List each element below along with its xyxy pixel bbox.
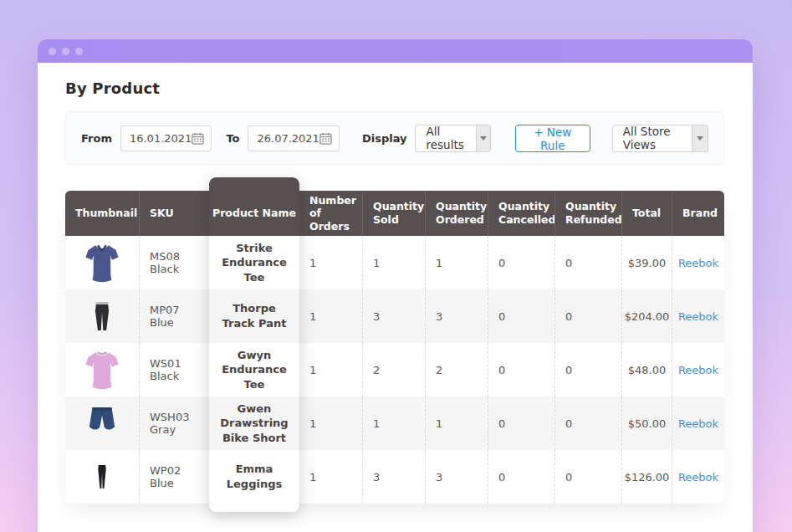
qty-ordered-cell: 1 (425, 396, 488, 450)
table-row: WSH03 Gray 1 1 1 0 0 $50.00 Reebok (65, 396, 724, 450)
to-label: To (226, 132, 239, 145)
product-name-cell: Gwyn Endurance Tee (209, 343, 299, 396)
chevron-down-icon[interactable] (476, 125, 490, 151)
page-content: By Product From 16.01.2021 To 26.0 (38, 79, 753, 504)
qty-sold-cell: 1 (362, 396, 425, 450)
calendar-icon[interactable] (192, 132, 204, 145)
column-header-sku[interactable]: SKU (139, 191, 209, 236)
qty-sold-cell: 1 (362, 236, 425, 289)
calendar-icon[interactable] (319, 132, 332, 145)
window-control-maximize[interactable] (75, 48, 83, 55)
product-thumbnail (65, 343, 139, 396)
page-title: By Product (65, 79, 724, 97)
sku-cell: WS01 Black (139, 343, 209, 396)
product-thumbnail (65, 289, 139, 343)
from-date-input[interactable]: 16.01.2021 (120, 125, 212, 151)
product-thumbnail (65, 236, 139, 289)
from-label: From (81, 132, 112, 145)
blue-tee-image (84, 243, 120, 283)
table-header-row: Thumbnail SKU Number of Orders Quantity … (65, 191, 724, 236)
column-header-quantity-cancelled[interactable]: Quantity Cancelled (488, 191, 554, 236)
column-header-thumbnail[interactable]: Thumbnail (65, 191, 139, 236)
qty-sold-cell: 3 (362, 289, 425, 343)
qty-cancelled-cell: 0 (488, 396, 554, 450)
from-date-value: 16.01.2021 (130, 132, 192, 145)
brand-link[interactable]: Reebok (678, 471, 718, 483)
column-header-total[interactable]: Total (621, 191, 672, 236)
new-rule-button[interactable]: + New Rule (515, 125, 590, 152)
total-cell: $39.00 (621, 236, 672, 289)
leggings-image (90, 456, 114, 498)
column-header-quantity-sold[interactable]: Quantity Sold (362, 191, 425, 236)
total-cell: $126.00 (621, 450, 672, 504)
table-row: WS01 Black 1 2 2 0 0 $48.00 Reebok (65, 343, 724, 396)
column-header-number-of-orders[interactable]: Number of Orders (299, 191, 362, 236)
brand-link[interactable]: Reebok (678, 364, 718, 376)
brand-link[interactable]: Reebok (678, 417, 718, 430)
qty-cancelled-cell: 0 (488, 289, 554, 343)
orders-cell: 1 (299, 236, 362, 289)
table-row: WP02 Blue 1 3 3 0 0 $126.00 Reebok (65, 450, 724, 504)
browser-window: By Product From 16.01.2021 To 26.0 (38, 39, 753, 532)
product-name-column-highlight: Product Name Strike Endurance Tee Thorpe… (209, 177, 299, 512)
table-row: MS08 Black 1 1 1 0 0 $39.00 Reebok (65, 236, 724, 289)
product-name-cell: Emma Leggings (209, 450, 299, 504)
qty-refunded-cell: 0 (554, 450, 621, 504)
qty-refunded-cell: 0 (554, 396, 621, 450)
qty-ordered-cell: 1 (425, 236, 488, 289)
product-thumbnail (65, 450, 139, 504)
product-name-cell: Thorpe Track Pant (209, 289, 299, 343)
column-header-quantity-refunded[interactable]: Quantity Refunded (554, 191, 621, 236)
brand-link[interactable]: Reebok (678, 257, 718, 269)
column-header-product-name[interactable]: Product Name (209, 177, 299, 236)
table-row: MP07 Blue 1 3 3 0 0 $204.00 Reebok (65, 289, 724, 343)
sku-cell: MP07 Blue (139, 289, 209, 343)
qty-sold-cell: 3 (362, 450, 425, 504)
sku-cell: MS08 Black (139, 236, 209, 289)
sku-cell: WP02 Blue (139, 450, 209, 504)
qty-refunded-cell: 0 (554, 236, 621, 289)
column-header-quantity-ordered[interactable]: Quantity Ordered (425, 191, 488, 236)
qty-cancelled-cell: 0 (488, 343, 554, 396)
display-select[interactable]: All results (415, 125, 490, 152)
product-thumbnail (65, 396, 139, 450)
orders-cell: 1 (299, 450, 362, 504)
to-date-input[interactable]: 26.07.2021 (248, 125, 339, 151)
brand-link[interactable]: Reebok (678, 310, 718, 323)
track-pant-image (88, 295, 116, 337)
qty-cancelled-cell: 0 (488, 236, 554, 289)
orders-cell: 1 (299, 343, 362, 396)
sku-cell: WSH03 Gray (139, 396, 209, 450)
bike-short-image (84, 404, 120, 442)
product-name-cell: Gwen Drawstring Bike Short (209, 396, 299, 450)
store-views-select-value: All Store Views (613, 125, 692, 151)
chevron-down-icon[interactable] (692, 125, 708, 151)
pink-tee-image (84, 350, 120, 390)
qty-refunded-cell: 0 (554, 343, 621, 396)
store-views-select[interactable]: All Store Views (612, 125, 708, 152)
qty-refunded-cell: 0 (554, 289, 621, 343)
total-cell: $48.00 (621, 343, 672, 396)
window-control-close[interactable] (49, 48, 56, 55)
filter-bar: From 16.01.2021 To 26.07.2021 (65, 111, 724, 165)
orders-cell: 1 (299, 289, 362, 343)
display-select-value: All results (416, 125, 475, 151)
display-label: Display (362, 132, 407, 145)
orders-cell: 1 (299, 396, 362, 450)
column-header-brand[interactable]: Brand (672, 191, 724, 236)
window-control-minimize[interactable] (62, 48, 69, 55)
to-date-value: 26.07.2021 (257, 132, 319, 145)
total-cell: $204.00 (621, 289, 672, 343)
qty-ordered-cell: 3 (425, 450, 488, 504)
qty-cancelled-cell: 0 (488, 450, 554, 504)
product-report-table: Thumbnail SKU Number of Orders Quantity … (65, 191, 724, 504)
product-name-cell: Strike Endurance Tee (209, 236, 299, 289)
qty-sold-cell: 2 (362, 343, 425, 396)
qty-ordered-cell: 2 (425, 343, 488, 396)
qty-ordered-cell: 3 (425, 289, 488, 343)
total-cell: $50.00 (621, 396, 672, 450)
window-titlebar (38, 39, 753, 63)
